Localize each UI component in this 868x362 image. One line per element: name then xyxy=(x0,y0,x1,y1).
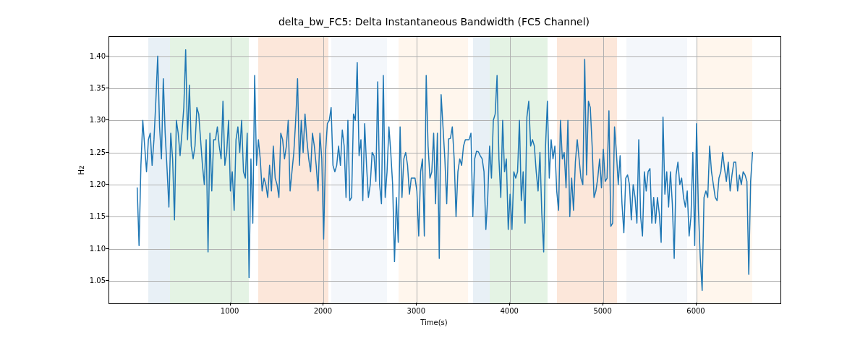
plot-area xyxy=(109,36,781,304)
y-tick-label: 1.20 xyxy=(69,180,106,188)
x-axis-label: Time(s) xyxy=(0,319,868,327)
x-tick-mark xyxy=(323,303,323,306)
y-tick-label: 1.25 xyxy=(69,148,106,156)
y-tick-label: 1.35 xyxy=(69,83,106,91)
y-tick-mark xyxy=(106,56,109,56)
x-tick-mark xyxy=(696,303,697,306)
y-tick-mark xyxy=(106,152,109,153)
x-tick-label: 1000 xyxy=(221,307,239,315)
y-tick-label: 1.30 xyxy=(69,116,106,124)
x-tick-label: 3000 xyxy=(407,307,425,315)
chart-figure: delta_bw_FC5: Delta Instantaneous Bandwi… xyxy=(0,0,868,362)
y-tick-label: 1.10 xyxy=(69,244,106,252)
x-tick-mark xyxy=(603,303,603,306)
x-tick-label: 6000 xyxy=(686,307,705,315)
chart-title: delta_bw_FC5: Delta Instantaneous Bandwi… xyxy=(0,16,868,28)
y-axis-label: Hz xyxy=(77,166,85,175)
x-tick-mark xyxy=(416,303,417,306)
x-tick-label: 2000 xyxy=(314,307,332,315)
y-tick-mark xyxy=(106,216,109,216)
x-tick-label: 4000 xyxy=(500,307,518,315)
y-tick-mark xyxy=(106,248,109,249)
y-tick-mark xyxy=(106,119,109,120)
y-tick-mark xyxy=(106,184,109,185)
x-tick-label: 5000 xyxy=(593,307,611,315)
y-tick-label: 1.15 xyxy=(69,212,106,220)
y-tick-mark xyxy=(106,280,109,281)
x-tick-mark xyxy=(509,303,510,306)
line-series xyxy=(109,37,780,303)
y-tick-label: 1.40 xyxy=(69,51,106,59)
y-tick-mark xyxy=(106,88,109,88)
y-tick-label: 1.05 xyxy=(69,276,106,284)
x-tick-mark xyxy=(230,303,231,306)
